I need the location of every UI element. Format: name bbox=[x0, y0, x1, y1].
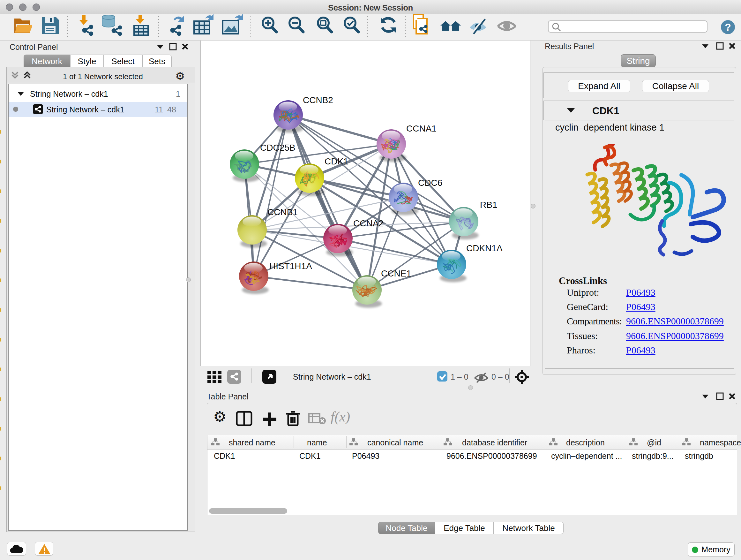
svg-text:CCNE1: CCNE1 bbox=[381, 268, 411, 278]
svg-text:CCNB2: CCNB2 bbox=[303, 95, 333, 105]
svg-text:HIST1H1A: HIST1H1A bbox=[269, 261, 312, 271]
svg-text:CDKN1A: CDKN1A bbox=[466, 243, 502, 253]
svg-text:CCNA2: CCNA2 bbox=[353, 219, 384, 228]
svg-text:RB1: RB1 bbox=[480, 200, 497, 210]
svg-text:CCNB1: CCNB1 bbox=[267, 207, 298, 217]
svg-text:CDC6: CDC6 bbox=[418, 178, 442, 188]
svg-text:CDC25B: CDC25B bbox=[260, 143, 295, 152]
svg-text:CDK1: CDK1 bbox=[325, 157, 348, 166]
svg-text:CCNA1: CCNA1 bbox=[406, 124, 436, 133]
